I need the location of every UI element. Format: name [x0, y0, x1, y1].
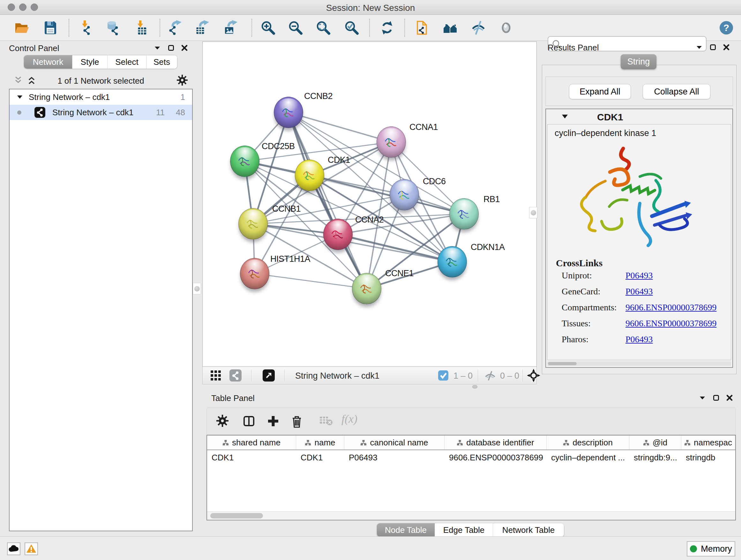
import-network-from-file-button[interactable] — [78, 19, 94, 36]
network-node-CCNA1[interactable] — [377, 126, 406, 158]
close-panel-icon[interactable] — [723, 44, 730, 51]
panel-menu-icon[interactable] — [154, 45, 161, 51]
crosslink-link[interactable]: P06493 — [625, 334, 653, 345]
zoom-fit-content-button[interactable] — [315, 19, 332, 36]
open-session-button[interactable] — [13, 19, 30, 36]
memory-button[interactable]: Memory — [687, 541, 735, 557]
grid-view-icon[interactable] — [210, 369, 222, 381]
column-header-canonical-name[interactable]: canonical name — [344, 435, 445, 449]
network-node-HIST1H1A[interactable] — [240, 258, 269, 289]
column-header-database-identifier[interactable]: database identifier — [445, 435, 547, 449]
float-panel-icon[interactable] — [713, 395, 719, 401]
import-network-from-database-button[interactable] — [105, 19, 121, 36]
float-panel-icon[interactable] — [168, 45, 174, 51]
gene-details: cyclin–dependent kinase 1 — [547, 124, 731, 360]
table-cell[interactable]: CDK1 — [296, 450, 344, 465]
crosslink-link[interactable]: P06493 — [625, 270, 653, 281]
network-row-selected[interactable]: String Network – cdk1 11 48 — [10, 105, 192, 120]
zoom-in-button[interactable] — [260, 19, 276, 36]
tab-string[interactable]: String — [621, 54, 657, 69]
crosslink-row: Tissues:9606.ENSP00000378699 — [562, 318, 731, 328]
network-options-gear-icon[interactable] — [177, 75, 188, 85]
panel-menu-icon[interactable] — [696, 45, 703, 50]
zoom-out-button[interactable] — [287, 19, 304, 36]
warnings-button[interactable] — [24, 543, 38, 555]
table-options-gear-icon[interactable] — [216, 415, 228, 428]
right-splitter-handle[interactable] — [529, 207, 537, 219]
float-panel-icon[interactable] — [710, 44, 716, 51]
network-node-CDK1[interactable] — [295, 160, 324, 191]
table-cell[interactable]: CDK1 — [207, 450, 296, 465]
export-image-button[interactable] — [223, 19, 239, 36]
expand-all-button[interactable]: Expand All — [569, 84, 631, 99]
column-header-name[interactable]: name — [296, 435, 344, 449]
show-columns-icon[interactable] — [243, 415, 255, 428]
network-node-CCNE1[interactable] — [352, 273, 381, 304]
network-canvas[interactable]: CCNB2CCNA1CDC25BCDK1CDC6RB1CCNB1CCNA2CDK… — [202, 42, 537, 367]
table-cell[interactable]: P06493 — [344, 450, 445, 465]
column-header-description[interactable]: description — [547, 435, 629, 449]
apply-preferred-layout-button[interactable] — [379, 19, 395, 36]
create-column-plus-icon[interactable] — [267, 415, 280, 428]
tab-style[interactable]: Style — [72, 55, 108, 69]
hide-graphics-details-button[interactable] — [470, 19, 487, 36]
table-cell[interactable]: stringdb:9... — [629, 450, 681, 465]
tab-select[interactable]: Select — [108, 55, 146, 69]
crosslink-link[interactable]: 9606.ENSP00000378699 — [625, 318, 717, 328]
network-from-document-button[interactable] — [414, 19, 430, 36]
results-scrollbar[interactable] — [547, 361, 731, 366]
network-node-CDC25B[interactable] — [230, 145, 259, 177]
gene-section-header[interactable]: CDK1 — [546, 109, 732, 124]
network-node-CCNB2[interactable] — [274, 97, 303, 128]
string-home-button[interactable] — [442, 19, 459, 36]
tab-network[interactable]: Network — [24, 55, 72, 69]
birdseye-toggle-icon[interactable] — [263, 369, 275, 381]
column-header--id[interactable]: @id — [629, 435, 681, 449]
collapse-arrow-icon[interactable] — [17, 95, 23, 100]
crosslink-link[interactable]: 9606.ENSP00000378699 — [625, 302, 717, 313]
export-network-button[interactable] — [167, 19, 184, 36]
birdseye-eye-button[interactable] — [498, 19, 515, 36]
tab-node-table[interactable]: Node Table — [377, 523, 435, 537]
table-cell[interactable]: 9606.ENSP00000378699 — [445, 450, 547, 465]
table-scrollbar[interactable] — [207, 511, 735, 520]
network-node-CDC6[interactable] — [390, 179, 419, 210]
horizontal-splitter-grip[interactable] — [472, 385, 477, 388]
help-button[interactable]: ? — [718, 19, 735, 36]
collection-count: 1 — [181, 92, 185, 102]
tab-sets[interactable]: Sets — [146, 55, 177, 69]
zoom-selected-region-button[interactable] — [343, 19, 360, 36]
network-node-RB1[interactable] — [449, 198, 479, 230]
tab-edge-table[interactable]: Edge Table — [435, 523, 493, 537]
network-node-CCNB1[interactable] — [239, 208, 268, 240]
delete-table-icon-disabled — [319, 415, 333, 427]
panel-menu-icon[interactable] — [699, 395, 706, 400]
delete-column-trash-icon[interactable] — [290, 415, 303, 429]
tab-network-table[interactable]: Network Table — [493, 523, 564, 537]
column-header-shared-name[interactable]: shared name — [207, 435, 296, 449]
network-node-CDKN1A[interactable] — [437, 246, 467, 277]
import-table-from-file-button[interactable] — [133, 19, 150, 36]
crosslink-link[interactable]: P06493 — [625, 287, 653, 297]
export-table-button[interactable] — [194, 19, 211, 36]
string-view-icon[interactable] — [229, 369, 242, 381]
left-splitter-handle[interactable] — [193, 283, 201, 294]
selected-checkbox[interactable] — [438, 370, 448, 381]
collapse-all-button[interactable]: Collapse All — [643, 84, 711, 99]
results-panel-title: Results Panel — [548, 43, 599, 53]
close-panel-icon[interactable] — [181, 45, 188, 51]
crosslink-label: Uniprot: — [562, 270, 625, 281]
network-collection-row[interactable]: String Network – cdk1 1 — [10, 89, 192, 105]
save-session-button[interactable] — [42, 19, 59, 36]
hidden-eye-icon[interactable] — [483, 371, 497, 381]
collapse-arrow-icon[interactable] — [561, 114, 568, 119]
column-header-namespac[interactable]: namespac — [681, 435, 735, 449]
table-row[interactable]: CDK1CDK1P064939606.ENSP00000378699cyclin… — [207, 450, 735, 465]
fit-selected-crosshair-icon[interactable] — [527, 369, 540, 382]
protein-structure-image — [572, 143, 706, 254]
network-node-CCNA2[interactable] — [323, 219, 353, 250]
table-cell[interactable]: cyclin–dependent ... — [547, 450, 629, 465]
table-cell[interactable]: stringdb — [681, 450, 735, 465]
cloud-services-button[interactable] — [7, 543, 20, 555]
close-panel-icon[interactable] — [726, 395, 733, 401]
